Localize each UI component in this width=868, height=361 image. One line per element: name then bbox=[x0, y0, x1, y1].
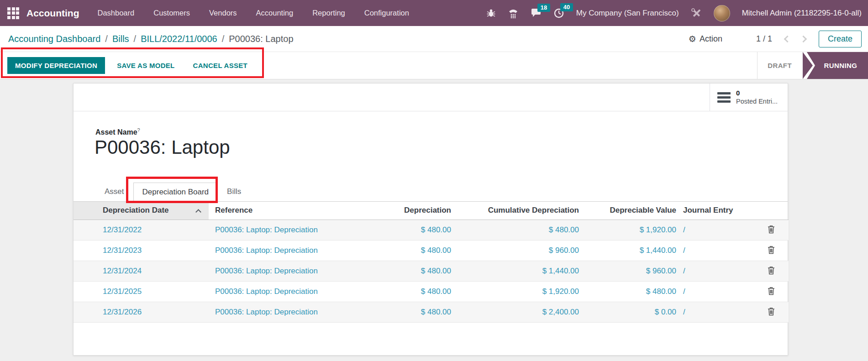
cell-journal-entry[interactable]: / bbox=[678, 302, 754, 322]
debug-bug-icon[interactable] bbox=[486, 8, 496, 18]
breadcrumb-accounting-dashboard[interactable]: Accounting Dashboard bbox=[8, 34, 100, 44]
breadcrumb-separator: / bbox=[134, 34, 137, 44]
user-avatar[interactable] bbox=[714, 5, 730, 21]
cell-date[interactable]: 12/31/2026 bbox=[74, 302, 209, 322]
cell-depreciable[interactable]: $ 480.00 bbox=[580, 281, 678, 302]
tab-asset[interactable]: Asset bbox=[95, 182, 133, 201]
cell-reference[interactable]: P00036: Laptop: Depreciation bbox=[209, 261, 332, 281]
messages-icon[interactable]: 18 bbox=[531, 8, 542, 18]
cell-reference[interactable]: P00036: Laptop: Depreciation bbox=[209, 281, 332, 302]
delete-row-icon[interactable] bbox=[766, 306, 777, 318]
journal-entries-icon bbox=[717, 92, 731, 103]
cell-cumulative[interactable]: $ 960.00 bbox=[452, 240, 580, 261]
posted-entries-count: 0 bbox=[736, 89, 778, 98]
column-depreciation[interactable]: Depreciation bbox=[332, 202, 452, 220]
table-row[interactable]: 12/31/2022 P00036: Laptop: Depreciation … bbox=[74, 220, 789, 240]
table-row[interactable]: 12/31/2023 P00036: Laptop: Depreciation … bbox=[74, 240, 789, 261]
delete-row-icon[interactable] bbox=[766, 286, 777, 298]
menu-configuration[interactable]: Configuration bbox=[364, 9, 409, 17]
cell-depreciable[interactable]: $ 960.00 bbox=[580, 261, 678, 281]
sort-ascending-icon bbox=[195, 209, 201, 215]
cell-reference[interactable]: P00036: Laptop: Depreciation bbox=[209, 220, 332, 240]
delete-row-icon[interactable] bbox=[766, 224, 777, 236]
messages-count-badge: 18 bbox=[537, 4, 550, 12]
cell-cumulative[interactable]: $ 2,400.00 bbox=[452, 302, 580, 322]
delete-row-icon[interactable] bbox=[766, 245, 777, 256]
column-actions bbox=[754, 202, 789, 220]
modify-depreciation-button[interactable]: MODIFY DEPRECIATION bbox=[7, 57, 105, 74]
tab-bills[interactable]: Bills bbox=[218, 182, 250, 201]
cell-date[interactable]: 12/31/2024 bbox=[74, 261, 209, 281]
cell-journal-entry[interactable]: / bbox=[678, 240, 754, 261]
cell-reference[interactable]: P00036: Laptop: Depreciation bbox=[209, 240, 332, 261]
cell-cumulative[interactable]: $ 1,440.00 bbox=[452, 261, 580, 281]
action-menu-label: Action bbox=[700, 34, 722, 44]
pager-previous-icon[interactable] bbox=[784, 35, 791, 42]
cell-date[interactable]: 12/31/2022 bbox=[74, 220, 209, 240]
column-depreciation-date[interactable]: Depreciation Date bbox=[74, 202, 209, 220]
app-name[interactable]: Accounting bbox=[26, 8, 79, 19]
breadcrumb-bills[interactable]: Bills bbox=[112, 34, 129, 44]
asset-title: P00036: Laptop bbox=[95, 136, 230, 158]
posted-entries-label: Posted Entri... bbox=[736, 97, 778, 105]
column-journal-entry[interactable]: Journal Entry bbox=[678, 202, 754, 220]
main-menu: Dashboard Customers Vendors Accounting R… bbox=[98, 9, 409, 17]
company-switcher[interactable]: My Company (San Francisco) bbox=[576, 9, 679, 18]
activities-clock-icon[interactable]: 40 bbox=[553, 8, 564, 19]
action-menu-button[interactable]: ⚙ Action bbox=[689, 34, 722, 44]
cancel-asset-button[interactable]: CANCEL ASSET bbox=[187, 57, 254, 74]
breadcrumb-bill-number[interactable]: BILL/2022/11/0006 bbox=[141, 34, 217, 44]
control-panel: Accounting Dashboard / Bills / BILL/2022… bbox=[0, 26, 868, 52]
menu-vendors[interactable]: Vendors bbox=[209, 9, 237, 17]
cell-depreciation[interactable]: $ 480.00 bbox=[332, 281, 452, 302]
cell-depreciable[interactable]: $ 1,920.00 bbox=[580, 220, 678, 240]
tab-depreciation-board[interactable]: Depreciation Board bbox=[133, 183, 218, 202]
save-as-model-button[interactable]: SAVE AS MODEL bbox=[110, 57, 181, 74]
cell-journal-entry[interactable]: / bbox=[678, 261, 754, 281]
column-depreciable-value[interactable]: Depreciable Value bbox=[580, 202, 678, 220]
delete-row-icon[interactable] bbox=[766, 265, 777, 277]
help-tooltip-icon: ? bbox=[137, 127, 140, 133]
cell-journal-entry[interactable]: / bbox=[678, 220, 754, 240]
menu-reporting[interactable]: Reporting bbox=[312, 9, 345, 17]
cell-depreciation[interactable]: $ 480.00 bbox=[332, 240, 452, 261]
statusbar: DRAFT RUNNING bbox=[757, 52, 868, 79]
cell-depreciation[interactable]: $ 480.00 bbox=[332, 261, 452, 281]
status-draft[interactable]: DRAFT bbox=[758, 52, 803, 79]
odoo-accounting-screen: Accounting Dashboard Customers Vendors A… bbox=[0, 0, 868, 361]
activities-count-badge: 40 bbox=[560, 3, 573, 11]
cell-cumulative[interactable]: $ 480.00 bbox=[452, 220, 580, 240]
pager-counter: 1 / 1 bbox=[756, 34, 772, 44]
column-cumulative-depreciation[interactable]: Cumulative Depreciation bbox=[452, 202, 580, 220]
tools-icon[interactable] bbox=[691, 8, 702, 19]
breadcrumb-current: P00036: Laptop bbox=[229, 34, 293, 44]
create-button[interactable]: Create bbox=[819, 31, 862, 47]
apps-grid-icon[interactable] bbox=[7, 7, 19, 19]
column-reference[interactable]: Reference bbox=[209, 202, 332, 220]
cell-depreciable[interactable]: $ 0.00 bbox=[580, 302, 678, 322]
notebook-tabs: Asset Depreciation Board Bills bbox=[74, 182, 788, 202]
menu-dashboard[interactable]: Dashboard bbox=[98, 9, 135, 17]
cell-cumulative[interactable]: $ 1,920.00 bbox=[452, 281, 580, 302]
posted-entries-smart-button[interactable]: 0 Posted Entri... bbox=[710, 84, 788, 111]
voip-phone-icon[interactable] bbox=[508, 8, 519, 18]
table-header-row: Depreciation Date Reference Depreciation… bbox=[74, 202, 789, 220]
table-row[interactable]: 12/31/2025 P00036: Laptop: Depreciation … bbox=[74, 281, 789, 302]
cell-journal-entry[interactable]: / bbox=[678, 281, 754, 302]
depreciation-table: Depreciation Date Reference Depreciation… bbox=[74, 202, 789, 323]
status-running-active[interactable]: RUNNING bbox=[807, 52, 868, 79]
cell-date[interactable]: 12/31/2025 bbox=[74, 281, 209, 302]
cell-depreciation[interactable]: $ 480.00 bbox=[332, 302, 452, 322]
form-action-bar: MODIFY DEPRECIATION SAVE AS MODEL CANCEL… bbox=[0, 52, 868, 79]
cell-depreciation[interactable]: $ 480.00 bbox=[332, 220, 452, 240]
cell-reference[interactable]: P00036: Laptop: Depreciation bbox=[209, 302, 332, 322]
menu-accounting[interactable]: Accounting bbox=[256, 9, 294, 17]
table-row[interactable]: 12/31/2024 P00036: Laptop: Depreciation … bbox=[74, 261, 789, 281]
top-navbar: Accounting Dashboard Customers Vendors A… bbox=[0, 0, 868, 26]
cell-depreciable[interactable]: $ 1,440.00 bbox=[580, 240, 678, 261]
user-menu[interactable]: Mitchell Admin (21182295-16-0-all) bbox=[742, 9, 862, 18]
menu-customers[interactable]: Customers bbox=[153, 9, 190, 17]
table-row[interactable]: 12/31/2026 P00036: Laptop: Depreciation … bbox=[74, 302, 789, 322]
cell-date[interactable]: 12/31/2023 bbox=[74, 240, 209, 261]
pager-next-icon[interactable] bbox=[800, 35, 807, 42]
